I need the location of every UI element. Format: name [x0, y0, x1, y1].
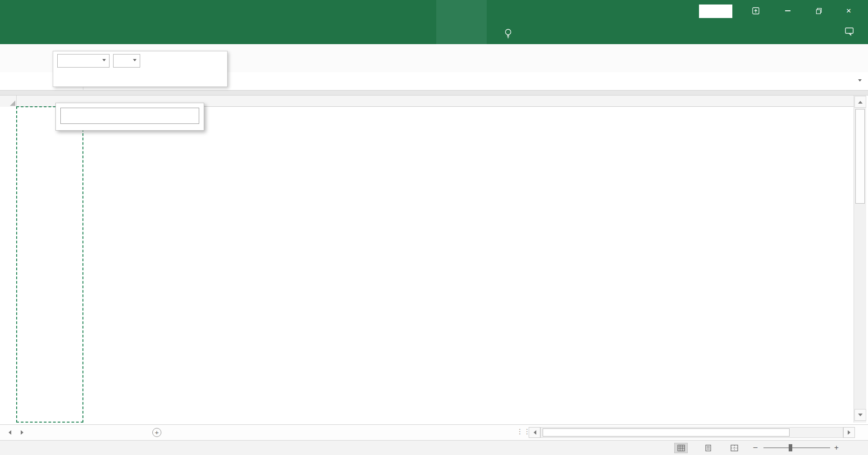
font-size-select[interactable]	[113, 54, 140, 68]
context-menu	[55, 103, 204, 131]
zoom-out-button[interactable]: −	[751, 441, 760, 455]
comments-icon[interactable]	[845, 27, 854, 38]
restore-icon	[815, 7, 822, 14]
horizontal-scrollbar[interactable]	[540, 427, 843, 438]
close-icon: ×	[846, 6, 851, 16]
mini-toolbar-row-1	[53, 52, 227, 69]
close-button[interactable]: ×	[841, 4, 856, 18]
chevron-down-icon	[133, 59, 137, 63]
scroll-down-icon[interactable]	[854, 409, 866, 421]
scroll-left-icon[interactable]	[529, 427, 540, 438]
status-bar: − +	[0, 440, 868, 455]
ribbon-display-options-icon[interactable]	[749, 4, 763, 18]
zoom-slider[interactable]	[763, 447, 830, 448]
minimize-button[interactable]	[781, 4, 795, 18]
worksheet-grid	[0, 96, 868, 424]
scroll-right-icon[interactable]	[843, 427, 855, 438]
mini-toolbar	[53, 51, 228, 87]
scroll-up-icon[interactable]	[854, 96, 866, 108]
title-bar: ×	[0, 0, 868, 22]
new-sheet-icon[interactable]: +	[152, 428, 161, 437]
select-all-corner[interactable]	[0, 96, 17, 107]
page-layout-view-icon[interactable]	[701, 443, 715, 453]
sign-in-button[interactable]	[699, 5, 732, 18]
horizontal-scrollbar-thumb[interactable]	[543, 428, 790, 437]
normal-view-icon[interactable]	[674, 443, 688, 453]
copy-marquee-selection	[16, 106, 83, 423]
chevron-down-icon	[102, 59, 106, 63]
restore-button[interactable]	[812, 4, 826, 18]
lightbulb-icon	[504, 28, 512, 39]
divider	[0, 91, 868, 96]
tab-scroll-right-icon[interactable]	[21, 430, 26, 435]
minimize-icon	[785, 10, 790, 11]
mini-toolbar-row-2	[53, 69, 227, 86]
formula-bar-expand-icon[interactable]	[858, 79, 862, 83]
page-break-view-icon[interactable]	[727, 443, 741, 453]
sheet-tab-bar: + ⋮⋮	[0, 424, 868, 440]
vertical-scrollbar[interactable]	[854, 96, 866, 423]
zoom-slider-thumb[interactable]	[789, 444, 792, 451]
tell-me-box[interactable]	[504, 22, 516, 44]
vertical-scrollbar-thumb[interactable]	[855, 109, 865, 204]
top-band: ×	[0, 0, 868, 44]
menu-search-input[interactable]	[60, 108, 199, 124]
zoom-in-button[interactable]: +	[832, 441, 841, 455]
ribbon-tabs	[0, 22, 868, 44]
tab-scroll-left-icon[interactable]	[6, 430, 11, 435]
font-name-select[interactable]	[57, 54, 110, 68]
tab-table-design[interactable]	[436, 22, 487, 44]
